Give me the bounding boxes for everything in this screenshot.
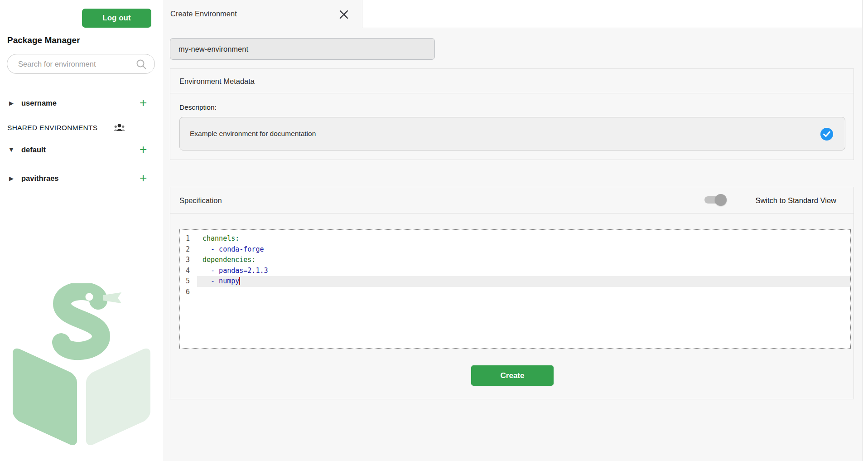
code-text: channels:	[197, 233, 850, 244]
shared-environments-heading: SHARED ENVIRONMENTS	[0, 121, 162, 135]
code-editor-lines: 1channels:2 - conda-forge3dependencies:4…	[180, 233, 850, 297]
line-number: 5	[180, 276, 197, 287]
close-icon[interactable]	[338, 9, 349, 20]
search-icon	[135, 58, 147, 72]
chevron-down-icon[interactable]: ▼	[6, 146, 16, 153]
line-number: 6	[180, 287, 197, 298]
toggle-label: Switch to Standard View	[755, 196, 836, 204]
editor-line[interactable]: 3dependencies:	[180, 255, 850, 266]
sidebar: Log out Package Manager ▶ username + SHA…	[0, 0, 162, 461]
search-input[interactable]	[18, 54, 136, 73]
code-text: - pandas=2.1.3	[197, 266, 850, 277]
app-title: Package Manager	[7, 35, 80, 45]
create-button[interactable]: Create	[471, 365, 554, 386]
code-text	[197, 287, 850, 298]
environment-name-input[interactable]	[170, 38, 435, 60]
main-panel: Create Environment Environment Metadata …	[163, 0, 868, 461]
sidebar-item-pavithraes[interactable]: ▶ pavithraes +	[0, 171, 162, 185]
specification-section-title: Specification	[179, 196, 222, 204]
chevron-right-icon[interactable]: ▶	[6, 100, 16, 107]
line-number: 1	[180, 233, 197, 244]
people-icon	[113, 122, 125, 136]
specification-section-header: Specification Switch to Standard View	[170, 187, 854, 214]
line-number: 4	[180, 266, 197, 277]
editor-line[interactable]: 4 - pandas=2.1.3	[180, 266, 850, 277]
line-number: 2	[180, 244, 197, 255]
editor-line[interactable]: 2 - conda-forge	[180, 244, 850, 255]
code-text: dependencies:	[197, 255, 850, 266]
description-label: Description:	[179, 103, 217, 112]
description-textarea[interactable]: Example environment for documentation	[179, 117, 845, 150]
sidebar-item-username[interactable]: ▶ username +	[0, 96, 162, 110]
add-environment-button[interactable]: +	[140, 97, 147, 109]
shared-heading-label: SHARED ENVIRONMENTS	[7, 124, 97, 132]
tab-create-environment[interactable]: Create Environment	[163, 0, 362, 28]
logout-button[interactable]: Log out	[82, 9, 151, 28]
tab-title: Create Environment	[170, 10, 237, 18]
editor-line[interactable]: 1channels:	[180, 233, 850, 244]
metadata-section-header: Environment Metadata	[170, 69, 854, 93]
yaml-code-editor[interactable]: 1channels:2 - conda-forge3dependencies:4…	[179, 229, 851, 349]
namespace-label: pavithraes	[21, 174, 59, 183]
namespace-label: username	[21, 99, 57, 107]
code-text: - numpy	[197, 276, 850, 287]
metadata-section-title: Environment Metadata	[179, 77, 255, 85]
chevron-right-icon[interactable]: ▶	[6, 175, 16, 182]
add-environment-button[interactable]: +	[140, 143, 147, 156]
editor-line[interactable]: 5 - numpy	[180, 276, 850, 287]
description-value: Example environment for documentation	[190, 130, 316, 138]
code-text: - conda-forge	[197, 244, 850, 255]
add-environment-button[interactable]: +	[140, 172, 147, 184]
scrollbar-track[interactable]	[862, 0, 868, 461]
conda-store-logo	[11, 283, 152, 453]
toggle-knob[interactable]	[715, 194, 727, 206]
text-cursor	[239, 277, 240, 285]
standard-view-toggle[interactable]	[704, 196, 725, 204]
environment-metadata-section: Environment Metadata Description: Exampl…	[170, 68, 854, 160]
environment-search[interactable]	[7, 54, 155, 74]
sidebar-item-default[interactable]: ▼ default +	[0, 142, 162, 157]
tab-bar	[362, 0, 868, 28]
line-number: 3	[180, 255, 197, 266]
editor-line[interactable]: 6	[180, 287, 850, 298]
namespace-label: default	[21, 146, 46, 154]
specification-section: Specification Switch to Standard View 1c…	[170, 187, 854, 399]
check-icon[interactable]	[820, 128, 833, 141]
